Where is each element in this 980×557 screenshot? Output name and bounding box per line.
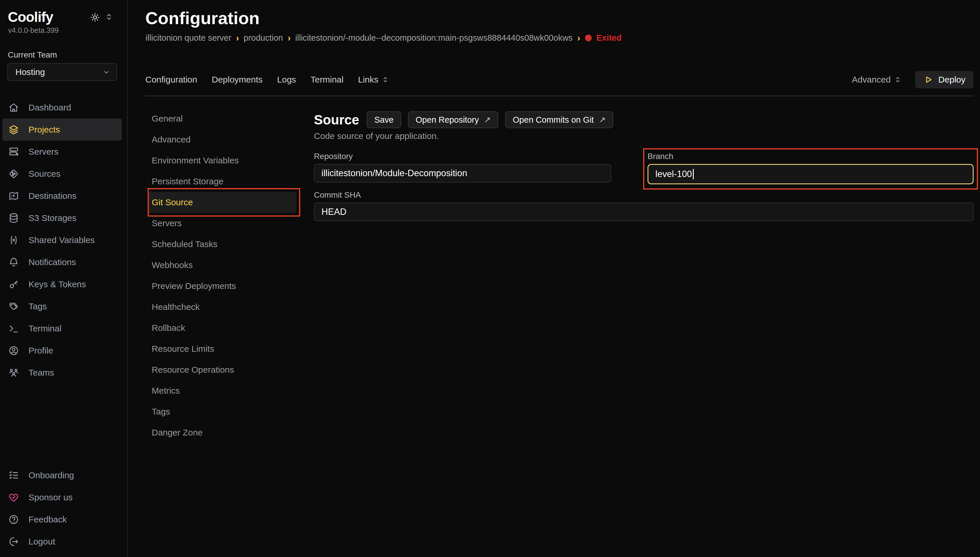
sidebar-item-profile[interactable]: Profile xyxy=(2,340,122,362)
subnav-item-healthcheck[interactable]: Healthcheck xyxy=(148,296,296,318)
branch-input[interactable]: level-100 xyxy=(647,164,973,184)
sidebar-item-label: Logout xyxy=(28,537,55,547)
open-commits-button[interactable]: Open Commits on Git ↗ xyxy=(505,111,613,128)
sidebar-item-label: Sources xyxy=(28,169,60,179)
tab-links[interactable]: Links xyxy=(358,75,390,85)
tab-configuration[interactable]: Configuration xyxy=(145,75,197,85)
branch-field-group: Branch level-100 xyxy=(647,151,973,184)
sidebar-item-feedback[interactable]: Feedback xyxy=(2,508,122,531)
subnav-item-git-source[interactable]: Git Source xyxy=(148,192,296,213)
sidebar-item-label: Sponsor us xyxy=(28,492,73,502)
repository-input[interactable] xyxy=(314,164,611,182)
subnav-item-scheduled-tasks[interactable]: Scheduled Tasks xyxy=(148,234,296,255)
subnav-item-danger-zone[interactable]: Danger Zone xyxy=(148,422,296,443)
subnav-item-preview-deployments[interactable]: Preview Deployments xyxy=(148,275,296,296)
bell-icon xyxy=(8,257,19,268)
tab-terminal[interactable]: Terminal xyxy=(311,75,343,85)
logout-icon xyxy=(8,536,19,547)
subnav-item-resource-operations[interactable]: Resource Operations xyxy=(148,359,296,380)
header-right-controls: Advanced Deploy xyxy=(852,71,973,88)
subnav-item-resource-limits[interactable]: Resource Limits xyxy=(148,339,296,359)
fields-row: Repository Branch level-100 xyxy=(314,151,973,184)
key-icon xyxy=(8,279,19,290)
sidebar-item-projects[interactable]: Projects xyxy=(2,119,122,141)
sidebar-item-label: Profile xyxy=(28,346,53,355)
advanced-dropdown[interactable]: Advanced xyxy=(852,75,902,85)
subnav-item-persistent-storage[interactable]: Persistent Storage xyxy=(148,171,296,192)
subnav-item-metrics[interactable]: Metrics xyxy=(148,380,296,401)
sidebar-item-destinations[interactable]: Destinations xyxy=(2,185,122,207)
sidebar-item-label: Onboarding xyxy=(28,471,74,480)
deploy-button[interactable]: Deploy xyxy=(915,71,973,88)
external-link-icon: ↗ xyxy=(484,115,491,124)
breadcrumb-item[interactable]: illicitonion quote server xyxy=(146,33,231,43)
subnav-item-webhooks[interactable]: Webhooks xyxy=(148,255,296,275)
sidebar-item-label: Destinations xyxy=(28,191,76,201)
sidebar: Coolify v4.0.0-beta.399 Current Team Hos… xyxy=(0,0,128,557)
sidebar-item-label: Notifications xyxy=(28,257,76,267)
sidebar-item-label: Terminal xyxy=(28,324,61,334)
layers-icon xyxy=(8,124,19,135)
play-icon xyxy=(923,75,933,85)
sidebar-item-logout[interactable]: Logout xyxy=(2,531,122,553)
tag-icon xyxy=(8,301,19,312)
home-icon xyxy=(8,102,19,113)
status-badge: Exited xyxy=(596,33,622,43)
user-circle-icon xyxy=(8,345,19,356)
sidebar-item-keys-tokens[interactable]: Keys & Tokens xyxy=(2,273,122,295)
sidebar-item-label: Teams xyxy=(28,368,54,378)
sidebar-item-label: Dashboard xyxy=(28,103,71,112)
chevron-right-icon: › xyxy=(577,34,580,42)
sidebar-item-onboarding[interactable]: Onboarding xyxy=(2,464,122,486)
sidebar-item-sources[interactable]: Sources xyxy=(2,163,122,185)
sidebar-item-servers[interactable]: Servers xyxy=(2,141,122,163)
subnav-item-advanced[interactable]: Advanced xyxy=(148,129,296,150)
repository-field-group: Repository xyxy=(314,151,611,184)
save-button[interactable]: Save xyxy=(367,111,401,128)
chevrons-up-down-icon[interactable] xyxy=(104,12,114,21)
sidebar-item-terminal[interactable]: Terminal xyxy=(2,318,122,340)
breadcrumb: illicitonion quote server›production›ill… xyxy=(146,33,622,43)
branch-label: Branch xyxy=(647,151,973,161)
breadcrumb-item[interactable]: production xyxy=(244,33,283,43)
source-panel: Source Save Open Repository ↗ Open Commi… xyxy=(314,105,973,557)
commit-sha-input[interactable] xyxy=(314,203,973,221)
subnav-item-servers[interactable]: Servers xyxy=(148,213,296,234)
subnav-item-rollback[interactable]: Rollback xyxy=(148,318,296,339)
open-repository-button[interactable]: Open Repository ↗ xyxy=(408,111,498,128)
theme-sun-icon[interactable] xyxy=(90,12,100,23)
team-select[interactable]: Hosting xyxy=(7,63,117,81)
chevrons-up-down-icon xyxy=(381,76,390,84)
subnav-item-general[interactable]: General xyxy=(148,108,296,129)
tabs-list: ConfigurationDeploymentsLogsTerminalLink… xyxy=(145,75,390,85)
sidebar-item-sponsor-us[interactable]: Sponsor us xyxy=(2,486,122,508)
checklist-icon xyxy=(8,470,19,481)
settings-subnav: GeneralAdvancedEnvironment VariablesPers… xyxy=(148,105,296,557)
current-team-label: Current Team xyxy=(8,50,57,60)
sidebar-item-shared-variables[interactable]: Shared Variables xyxy=(2,229,122,251)
heart-icon xyxy=(8,492,19,503)
chevron-down-icon xyxy=(102,68,111,77)
help-circle-icon xyxy=(8,514,19,525)
advanced-label: Advanced xyxy=(852,75,891,85)
sidebar-nav: DashboardProjectsServersSourcesDestinati… xyxy=(0,96,127,384)
subnav-item-environment-variables[interactable]: Environment Variables xyxy=(148,150,296,171)
sidebar-item-label: S3 Storages xyxy=(28,213,76,223)
repository-label: Repository xyxy=(314,151,611,161)
sidebar-item-dashboard[interactable]: Dashboard xyxy=(2,96,122,119)
tab-deployments[interactable]: Deployments xyxy=(211,75,262,85)
sidebar-item-s3-storages[interactable]: S3 Storages xyxy=(2,207,122,229)
chevron-right-icon: › xyxy=(236,34,239,42)
sidebar-item-label: Shared Variables xyxy=(28,235,95,245)
sidebar-item-tags[interactable]: Tags xyxy=(2,295,122,318)
sidebar-item-notifications[interactable]: Notifications xyxy=(2,251,122,273)
breadcrumb-item[interactable]: illicitestonion/-module--decomposition:m… xyxy=(295,33,572,43)
team-select-value: Hosting xyxy=(15,67,45,77)
brand-row: Coolify xyxy=(8,9,115,26)
sidebar-item-teams[interactable]: Teams xyxy=(2,362,122,384)
tab-logs[interactable]: Logs xyxy=(277,75,296,85)
subnav-item-tags[interactable]: Tags xyxy=(148,401,296,422)
git-fork-icon xyxy=(8,168,19,179)
sidebar-item-label: Keys & Tokens xyxy=(28,279,86,289)
sidebar-item-label: Projects xyxy=(28,125,60,135)
